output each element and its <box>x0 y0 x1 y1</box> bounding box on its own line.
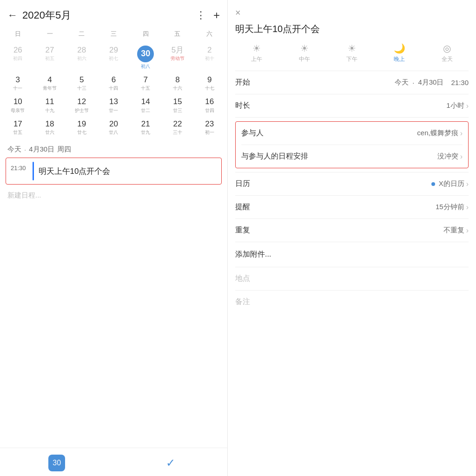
cal-day-15[interactable]: 15 廿三 <box>162 94 194 116</box>
weekday-fri: 五 <box>162 27 194 41</box>
calendar-title: 2020年5月 <box>22 8 196 22</box>
start-value: 今天 · 4月30日 21:30 <box>272 78 469 87</box>
calendar-grid: 26 初四 27 初五 28 初六 29 初七 30 初八 5月 劳动节 2 初… <box>0 43 227 139</box>
cal-day-may1[interactable]: 5月 劳动节 <box>162 43 194 73</box>
back-button[interactable]: ← <box>7 9 18 21</box>
start-time-row[interactable]: 开始 今天 · 4月30日 21:30 <box>228 71 476 94</box>
evening-icon: 🌙 <box>394 43 405 54</box>
participants-block: 参与人 cen,蝶舞梦痕 › 与参与人的日程安排 没冲突 › <box>235 121 469 168</box>
participants-value: cen,蝶舞梦痕 › <box>278 129 463 138</box>
calendar-value: X的日历 › <box>272 179 469 188</box>
calendar-tab-button[interactable]: 30 <box>48 455 65 471</box>
afternoon-icon: ☀ <box>348 43 356 54</box>
more-button[interactable]: ⋮ <box>196 9 207 21</box>
reminder-row[interactable]: 提醒 15分钟前 › <box>228 196 476 218</box>
cal-day-28[interactable]: 28 初六 <box>66 43 98 73</box>
close-button[interactable]: × <box>235 7 241 18</box>
calendar-panel: ← 2020年5月 ⋮ + 日 一 二 三 四 五 六 26 初四 27 初五 … <box>0 0 228 476</box>
cal-day-2[interactable]: 2 初十 <box>193 43 225 73</box>
today-label: 今天 · 4月30日 周四 <box>0 139 227 158</box>
duration-label: 时长 <box>235 101 272 111</box>
cal-day-23[interactable]: 23 初一 <box>193 117 225 139</box>
add-button[interactable]: + <box>213 9 220 22</box>
weekday-mon: 一 <box>34 27 66 41</box>
cal-day-6[interactable]: 6 十四 <box>98 73 130 94</box>
event-bar <box>33 162 34 180</box>
participants-chevron: › <box>460 129 463 138</box>
participants-row[interactable]: 参与人 cen,蝶舞梦痕 › <box>236 122 468 145</box>
weekday-wed: 三 <box>98 27 130 41</box>
cal-day-5[interactable]: 5 十三 <box>66 73 98 94</box>
weekday-thu: 四 <box>130 27 162 41</box>
check-tab-button[interactable]: ✓ <box>162 455 179 471</box>
duration-value: 1小时 › <box>272 101 469 110</box>
cal-day-26[interactable]: 26 初四 <box>2 43 34 73</box>
cal-day-10[interactable]: 10 母亲节 <box>2 94 34 116</box>
reminder-chevron: › <box>466 203 469 212</box>
cal-day-13[interactable]: 13 廿一 <box>98 94 130 116</box>
afternoon-label: 下午 <box>346 55 357 63</box>
cal-day-14[interactable]: 14 廿二 <box>130 94 162 116</box>
repeat-row[interactable]: 重复 不重复 › <box>228 219 476 242</box>
repeat-value: 不重复 › <box>272 226 469 235</box>
cal-day-8[interactable]: 8 十六 <box>162 73 194 94</box>
tod-evening[interactable]: 🌙 晚上 <box>378 43 421 63</box>
cal-day-29[interactable]: 29 初七 <box>98 43 130 73</box>
repeat-label: 重复 <box>235 225 272 235</box>
weekday-headers: 日 一 二 三 四 五 六 <box>0 27 227 41</box>
evening-label: 晚上 <box>394 55 405 63</box>
cal-day-18[interactable]: 18 廿六 <box>34 117 66 139</box>
tod-morning[interactable]: ☀ 上午 <box>235 43 278 63</box>
weekday-tue: 二 <box>66 27 98 41</box>
calendar-row[interactable]: 日历 X的日历 › <box>228 172 476 195</box>
schedule-row[interactable]: 与参与人的日程安排 没冲突 › <box>236 145 468 168</box>
cal-day-30-today[interactable]: 30 初八 <box>130 43 162 73</box>
cal-day-9[interactable]: 9 十七 <box>193 73 225 94</box>
allday-label: 全天 <box>442 55 453 63</box>
event-title: 明天上午10点开个会 <box>39 158 221 184</box>
weekday-sat: 六 <box>193 27 225 41</box>
cal-day-3[interactable]: 3 十一 <box>2 73 34 94</box>
noon-label: 中午 <box>299 55 310 63</box>
notes-field[interactable]: 备注 <box>228 291 476 313</box>
divider-3 <box>235 117 469 118</box>
cal-day-11[interactable]: 11 十九 <box>34 94 66 116</box>
schedule-chevron: › <box>460 152 463 161</box>
participants-label: 参与人 <box>241 128 278 138</box>
repeat-chevron: › <box>466 226 469 235</box>
tod-afternoon[interactable]: ☀ 下午 <box>331 43 373 63</box>
cal-day-16[interactable]: 16 廿四 <box>193 94 225 116</box>
event-item[interactable]: 21:30 明天上午10点开个会 <box>6 158 222 185</box>
new-event-button[interactable]: 新建日程... <box>0 185 227 206</box>
reminder-label: 提醒 <box>235 202 272 212</box>
cal-day-19[interactable]: 19 廿七 <box>66 117 98 139</box>
cal-day-22[interactable]: 22 三十 <box>162 117 194 139</box>
tod-allday[interactable]: ◎ 全天 <box>426 43 469 63</box>
cal-day-27[interactable]: 27 初五 <box>34 43 66 73</box>
cal-day-20[interactable]: 20 廿八 <box>98 117 130 139</box>
schedule-label: 与参与人的日程安排 <box>241 152 308 161</box>
reminder-value: 15分钟前 › <box>272 203 469 212</box>
cal-day-12[interactable]: 12 护士节 <box>66 94 98 116</box>
calendar-header: ← 2020年5月 ⋮ + <box>0 0 227 27</box>
event-detail-title: 明天上午10点开个会 <box>228 18 476 43</box>
morning-icon: ☀ <box>252 43 261 54</box>
check-tab-icon: ✓ <box>162 455 179 471</box>
calendar-dot <box>431 182 435 186</box>
time-of-day-selector: ☀ 上午 ☀ 中午 ☀ 下午 🌙 晚上 ◎ 全天 <box>228 43 476 71</box>
tod-noon[interactable]: ☀ 中午 <box>283 43 325 63</box>
event-time: 21:30 <box>6 158 31 184</box>
morning-label: 上午 <box>251 55 262 63</box>
cal-day-7[interactable]: 7 十五 <box>130 73 162 94</box>
add-attachment-button[interactable]: 添加附件... <box>228 242 476 267</box>
cal-day-17[interactable]: 17 廿五 <box>2 117 34 139</box>
schedule-value: 没冲突 › <box>308 152 463 161</box>
cal-day-4[interactable]: 4 青年节 <box>34 73 66 94</box>
duration-chevron: › <box>466 102 469 110</box>
allday-icon: ◎ <box>443 43 451 54</box>
cal-day-21[interactable]: 21 廿九 <box>130 117 162 139</box>
location-field[interactable]: 地点 <box>228 267 476 290</box>
start-label: 开始 <box>235 78 272 87</box>
duration-row[interactable]: 时长 1小时 › <box>228 94 476 117</box>
detail-header: × <box>228 0 476 18</box>
